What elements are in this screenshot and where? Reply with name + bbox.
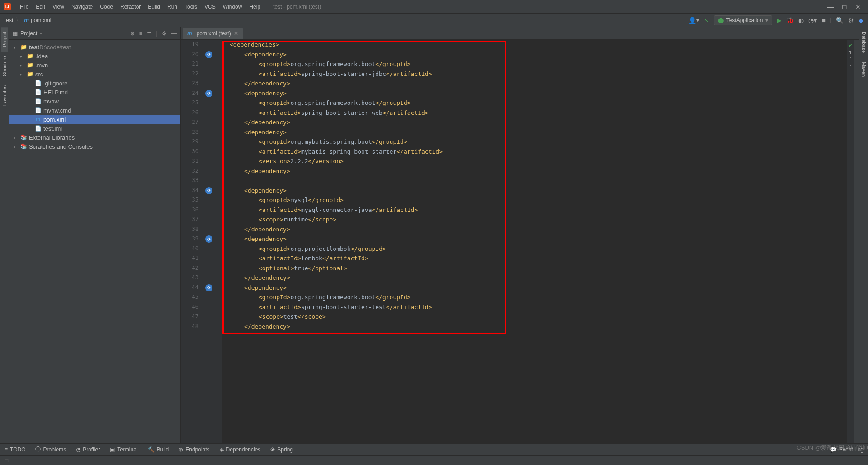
- tree-file-mvnw-cmd[interactable]: 📄mvnw.cmd: [9, 106, 180, 115]
- menu-build[interactable]: Build: [144, 2, 164, 12]
- line-number[interactable]: 31: [181, 156, 203, 166]
- breadcrumb-file[interactable]: pom.xml: [31, 17, 51, 23]
- rail-structure[interactable]: Structure: [1, 52, 8, 81]
- user-add-icon[interactable]: 👤▾: [689, 17, 699, 24]
- code-line[interactable]: <dependency>: [222, 127, 847, 137]
- line-number[interactable]: 35: [181, 195, 203, 205]
- run-icon[interactable]: ▶: [777, 17, 782, 24]
- line-number[interactable]: 19: [181, 40, 203, 50]
- code-line[interactable]: <dependency>: [222, 50, 847, 60]
- sb-spring[interactable]: ❀Spring: [270, 446, 293, 453]
- menu-edit[interactable]: Edit: [32, 2, 49, 12]
- maximize-icon[interactable]: ◻: [842, 3, 847, 10]
- code-line[interactable]: <dependencies>: [222, 40, 847, 50]
- code-line[interactable]: <groupId>org.springframework.boot</group…: [222, 292, 847, 302]
- sb-dependencies[interactable]: ◈Dependencies: [220, 446, 261, 453]
- profile-icon[interactable]: ◔▾: [808, 17, 817, 24]
- tree-file-mvnw[interactable]: 📄mvnw: [9, 97, 180, 106]
- collapse-all-icon[interactable]: ≣: [147, 30, 151, 37]
- tree-file-HELP-md[interactable]: 📄HELP.md: [9, 88, 180, 97]
- code-line[interactable]: [222, 176, 847, 186]
- inspection-ok-icon[interactable]: ✔: [849, 42, 853, 48]
- code-line[interactable]: <artifactId>spring-boot-starter-web</art…: [222, 108, 847, 118]
- problems-strip[interactable]: ✔ 1 ˄ ˅: [847, 40, 854, 443]
- line-number[interactable]: 29: [181, 137, 203, 147]
- code-line[interactable]: <artifactId>mybatis-spring-boot-starter<…: [222, 147, 847, 157]
- tree-folder-mvn[interactable]: ▸📁.mvn: [9, 61, 180, 70]
- stop-icon[interactable]: ■: [821, 17, 825, 24]
- code-line[interactable]: <dependency>: [222, 89, 847, 99]
- dependency-marker-icon[interactable]: ⟳: [205, 187, 212, 194]
- search-icon[interactable]: 🔍: [836, 17, 844, 24]
- code-line[interactable]: </dependency>: [222, 322, 847, 332]
- line-number[interactable]: 21: [181, 59, 203, 69]
- select-open-icon[interactable]: ⊕: [130, 30, 135, 37]
- line-gutter[interactable]: 1920212223242526272829303132333435363738…: [181, 40, 203, 443]
- editor-tab[interactable]: m pom.xml (test) ✕: [183, 28, 243, 39]
- line-number[interactable]: 44: [181, 283, 203, 293]
- code-line[interactable]: <groupId>org.mybatis.spring.boot</groupI…: [222, 137, 847, 147]
- line-number[interactable]: 40: [181, 244, 203, 254]
- line-number[interactable]: 48: [181, 322, 203, 332]
- tree-root[interactable]: ▾📁test D:\code\test: [9, 42, 180, 52]
- panel-title[interactable]: Project: [20, 30, 37, 37]
- tree-file-pom-xml[interactable]: mpom.xml: [9, 115, 180, 124]
- tree-external-libraries[interactable]: ▸📚External Libraries: [9, 133, 180, 142]
- line-number[interactable]: 32: [181, 166, 203, 176]
- line-number[interactable]: 47: [181, 312, 203, 322]
- breadcrumb-root[interactable]: test: [5, 17, 13, 23]
- code-line[interactable]: </dependency>: [222, 79, 847, 89]
- dependency-marker-icon[interactable]: ⟳: [205, 284, 212, 291]
- sb-terminal[interactable]: ▣Terminal: [110, 446, 137, 453]
- fold-column[interactable]: [216, 40, 222, 443]
- hide-icon[interactable]: —: [171, 30, 177, 37]
- expand-all-icon[interactable]: ≡: [139, 30, 142, 37]
- code-line[interactable]: <dependency>: [222, 283, 847, 293]
- code-line[interactable]: </dependency>: [222, 273, 847, 283]
- code-line[interactable]: <groupId>org.springframework.boot</group…: [222, 59, 847, 69]
- line-number[interactable]: 22: [181, 69, 203, 79]
- close-tab-icon[interactable]: ✕: [234, 30, 238, 37]
- tree-file-test-iml[interactable]: 📄test.iml: [9, 124, 180, 133]
- chevron-down-icon[interactable]: ˅: [849, 64, 852, 69]
- tree-folder-src[interactable]: ▸📁src: [9, 70, 180, 79]
- code-line[interactable]: <artifactId>spring-boot-starter-test</ar…: [222, 302, 847, 312]
- gear-icon[interactable]: ⚙: [162, 30, 167, 37]
- menu-file[interactable]: File: [16, 2, 32, 12]
- dependency-marker-icon[interactable]: ⟳: [205, 90, 212, 97]
- line-number[interactable]: 36: [181, 205, 203, 215]
- menu-view[interactable]: View: [49, 2, 68, 12]
- line-number[interactable]: 41: [181, 254, 203, 263]
- line-number[interactable]: 43: [181, 273, 203, 283]
- menu-window[interactable]: Window: [219, 2, 246, 12]
- sb-profiler[interactable]: ◔Profiler: [76, 446, 100, 453]
- menu-refactor[interactable]: Refactor: [117, 2, 144, 12]
- line-number[interactable]: 26: [181, 108, 203, 118]
- windows-icon[interactable]: ◻: [5, 457, 9, 463]
- rail-database[interactable]: Database: [860, 27, 868, 57]
- menu-help[interactable]: Help: [245, 2, 264, 12]
- line-number[interactable]: 23: [181, 79, 203, 89]
- menu-tools[interactable]: Tools: [181, 2, 201, 12]
- code-line[interactable]: <groupId>org.springframework.boot</group…: [222, 98, 847, 108]
- sb-endpoints[interactable]: ⊕Endpoints: [179, 446, 209, 453]
- code-line[interactable]: </dependency>: [222, 117, 847, 127]
- code-line[interactable]: </dependency>: [222, 166, 847, 176]
- settings-icon[interactable]: ⚙: [848, 17, 854, 24]
- line-number[interactable]: 33: [181, 176, 203, 186]
- line-number[interactable]: 25: [181, 98, 203, 108]
- code-line[interactable]: <artifactId>mysql-connector-java</artifa…: [222, 205, 847, 215]
- rail-project[interactable]: Project: [1, 27, 8, 52]
- code-line[interactable]: </dependency>: [222, 225, 847, 235]
- line-number[interactable]: 24: [181, 89, 203, 99]
- sb-todo[interactable]: ≡TODO: [5, 446, 25, 453]
- tree-scratches-and-consoles[interactable]: ▸📚Scratches and Consoles: [9, 142, 180, 151]
- code-line[interactable]: <dependency>: [222, 186, 847, 196]
- menu-vcs[interactable]: VCS: [201, 2, 219, 12]
- dependency-marker-icon[interactable]: ⟳: [205, 235, 212, 243]
- line-number[interactable]: 46: [181, 302, 203, 312]
- close-icon[interactable]: ✕: [855, 3, 861, 10]
- coverage-icon[interactable]: ◐: [798, 17, 804, 24]
- editor-scrollbar[interactable]: [854, 40, 859, 443]
- line-number[interactable]: 42: [181, 263, 203, 273]
